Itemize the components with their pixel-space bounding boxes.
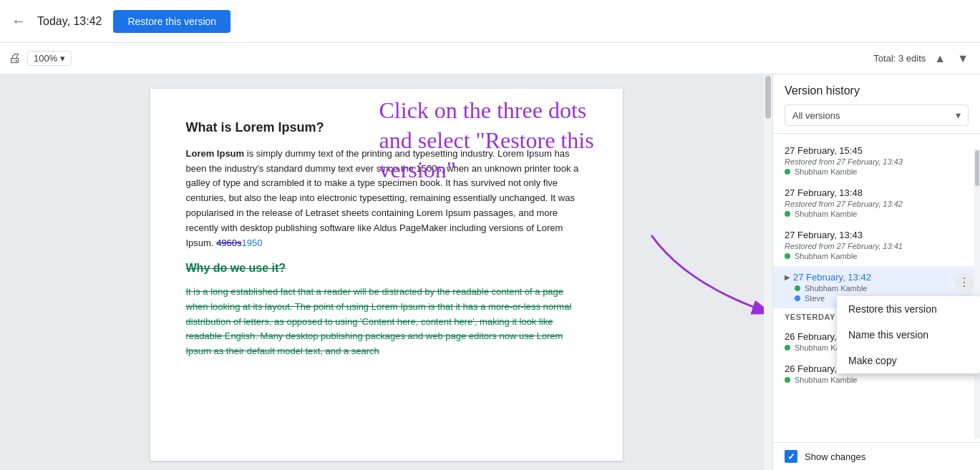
version-date-header: Today, 13:42: [37, 15, 102, 28]
zoom-selector[interactable]: 100% ▾: [27, 51, 72, 66]
doc-heading-2: Why do we use it?: [186, 259, 587, 278]
version-info-2: Restored from 27 February, 13:42: [785, 200, 969, 208]
user-dot-3: [785, 253, 790, 259]
version-user-3: Shubham Kamble: [785, 252, 969, 260]
version-users-1: Shubham Kamble: [785, 167, 969, 176]
sidebar-scrollbar[interactable]: [974, 149, 980, 439]
version-user-4a: Shubham Kamble: [795, 284, 969, 293]
three-dots-button[interactable]: ⋮: [954, 272, 974, 292]
user-dot-2: [785, 211, 790, 217]
version-date-3: 27 February, 13:43: [785, 230, 969, 240]
user-name-4b: Steve: [805, 294, 825, 303]
nav-down-button[interactable]: ▼: [954, 49, 971, 68]
user-name-1: Shubham Kamble: [795, 167, 857, 176]
context-menu-name-version[interactable]: Name this version: [837, 322, 980, 348]
version-users-6: Shubham Kamble: [785, 376, 969, 384]
toolbar: 🖨 100% ▾ Total: 3 edits ▲ ▼: [0, 43, 980, 74]
version-filter-arrow-icon: ▾: [956, 109, 961, 121]
user-name-3: Shubham Kamble: [795, 252, 857, 260]
version-info-3: Restored from 27 February, 13:41: [785, 242, 969, 250]
context-menu: Restore this version Name this version M…: [837, 296, 980, 373]
show-changes-checkbox[interactable]: ✓: [785, 450, 797, 463]
sidebar-header: Version history All versions ▾: [773, 74, 980, 134]
user-dot-6: [785, 377, 790, 383]
user-dot-4a: [795, 285, 800, 291]
expand-icon-4: ▶: [785, 273, 790, 281]
sidebar: Version history All versions ▾ 27 Februa…: [772, 74, 980, 470]
version-users-2: Shubham Kamble: [785, 210, 969, 218]
nav-up-button[interactable]: ▲: [931, 49, 949, 68]
zoom-value: 100%: [34, 53, 57, 64]
sidebar-title: Version history: [785, 84, 969, 97]
toolbar-right: Total: 3 edits ▲ ▼: [873, 49, 971, 68]
zoom-arrow-icon: ▾: [60, 53, 65, 64]
document-page: Click on the three dots and select "Rest…: [150, 89, 623, 461]
link-new[interactable]: 1950: [242, 238, 263, 248]
user-dot-1: [785, 169, 790, 175]
version-date-4: 27 February, 13:42: [793, 272, 871, 283]
version-filter-label: All versions: [792, 110, 840, 121]
main-layout: Click on the three dots and select "Rest…: [0, 74, 980, 470]
version-history-list[interactable]: 27 February, 15:45 Restored from 27 Febr…: [773, 134, 980, 442]
user-name-4a: Shubham Kamble: [805, 284, 867, 293]
restore-this-version-button[interactable]: Restore this version: [113, 10, 231, 33]
print-icon[interactable]: 🖨: [9, 51, 21, 66]
show-changes-label: Show changes: [805, 451, 865, 462]
back-button[interactable]: ←: [11, 13, 26, 29]
version-users-3: Shubham Kamble: [785, 252, 969, 260]
lorem-ipsum-bold: Lorem Ipsum: [186, 148, 245, 159]
link-old[interactable]: 4960s: [216, 238, 241, 248]
top-bar: ← Today, 13:42 Restore this version: [0, 0, 980, 43]
context-menu-make-copy[interactable]: Make copy: [837, 348, 980, 373]
version-info-1: Restored from 27 February, 13:43: [785, 157, 969, 166]
version-date-1: 27 February, 15:45: [785, 145, 969, 156]
sidebar-scrollbar-thumb[interactable]: [975, 150, 979, 186]
version-filter-dropdown[interactable]: All versions ▾: [785, 104, 969, 126]
version-entry-2[interactable]: 27 February, 13:48 Restored from 27 Febr…: [773, 182, 980, 224]
checkbox-check-icon: ✓: [787, 451, 795, 462]
version-user-2: Shubham Kamble: [785, 210, 969, 218]
user-dot-4b: [795, 295, 800, 301]
context-menu-restore[interactable]: Restore this version: [837, 296, 980, 322]
user-name-2: Shubham Kamble: [795, 210, 857, 218]
document-area: Click on the three dots and select "Rest…: [0, 74, 772, 470]
user-name-6: Shubham Kamble: [795, 376, 857, 384]
sidebar-footer: ✓ Show changes: [773, 442, 980, 470]
user-dot-5: [785, 345, 790, 351]
annotation-arrow-icon: [644, 228, 773, 328]
doc-p1-rest: is simply dummy text of the printing and…: [186, 148, 579, 248]
doc-paragraph-1: Lorem Ipsum is simply dummy text of the …: [186, 147, 587, 251]
version-user-1: Shubham Kamble: [785, 167, 969, 176]
doc-paragraph-2-deleted: It is a long established fact that a rea…: [186, 285, 587, 359]
doc-heading-1: What is Lorem Ipsum?: [186, 117, 587, 138]
version-entry-3[interactable]: 27 February, 13:43 Restored from 27 Febr…: [773, 224, 980, 266]
version-user-6: Shubham Kamble: [785, 376, 969, 384]
version-entry-1[interactable]: 27 February, 15:45 Restored from 27 Febr…: [773, 139, 980, 182]
doc-scrollbar[interactable]: [764, 74, 772, 470]
version-date-2: 27 February, 13:48: [785, 187, 969, 198]
total-edits-label: Total: 3 edits: [873, 53, 926, 64]
doc-scrollbar-thumb[interactable]: [765, 76, 771, 119]
